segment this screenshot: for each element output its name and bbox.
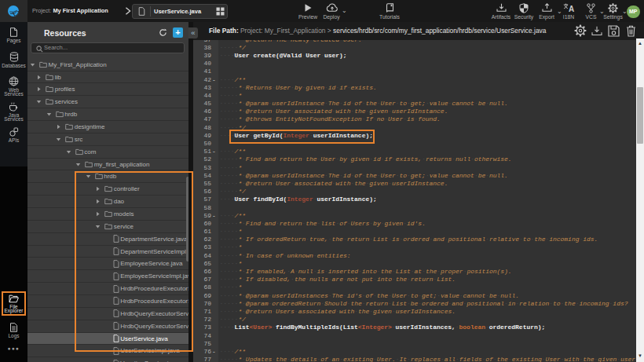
svg-text:A: A [569, 5, 574, 13]
